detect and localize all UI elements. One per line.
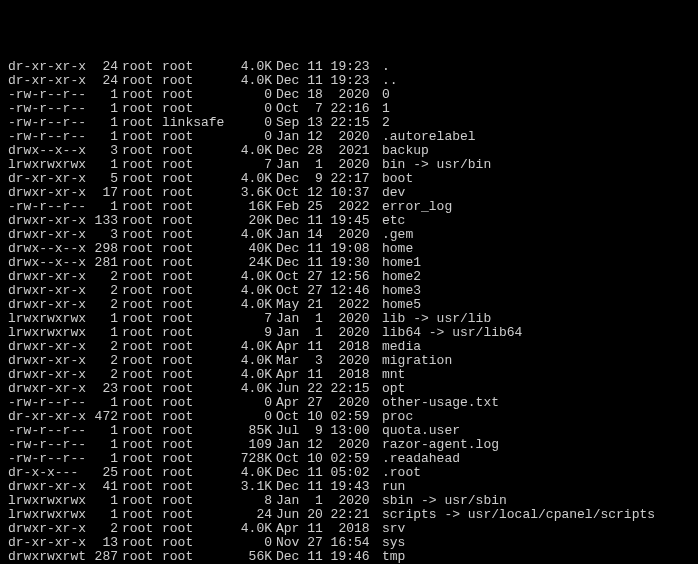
list-item: lrwxrwxrwx1rootroot8Jan 1 2020sbin -> us…: [8, 494, 690, 508]
group: root: [162, 508, 232, 522]
size: 4.0K: [232, 60, 272, 74]
list-item: drwxr-xr-x2rootroot4.0KOct 27 12:46home3: [8, 284, 690, 298]
filename: 1: [378, 101, 390, 116]
group: root: [162, 256, 232, 270]
list-item: -rw-r--r--1rootroot16KFeb 25 2022error_l…: [8, 200, 690, 214]
permissions: -rw-r--r--: [8, 116, 88, 130]
owner: root: [118, 158, 162, 172]
permissions: drwxrwxrwt: [8, 550, 88, 564]
date: Jan 12 2020: [272, 438, 378, 452]
group: root: [162, 214, 232, 228]
date: Dec 11 19:23: [272, 74, 378, 88]
filename: ..: [378, 73, 398, 88]
owner: root: [118, 200, 162, 214]
permissions: -rw-r--r--: [8, 88, 88, 102]
permissions: -rw-r--r--: [8, 200, 88, 214]
filename: mnt: [378, 367, 405, 382]
list-item: -rw-r--r--1rootroot109Jan 12 2020razor-a…: [8, 438, 690, 452]
link-count: 2: [88, 368, 118, 382]
size: 4.0K: [232, 354, 272, 368]
list-item: lrwxrwxrwx1rootroot7Jan 1 2020bin -> usr…: [8, 158, 690, 172]
filename: media: [378, 339, 421, 354]
link-count: 3: [88, 228, 118, 242]
owner: root: [118, 186, 162, 200]
group: root: [162, 312, 232, 326]
permissions: drwx--x--x: [8, 144, 88, 158]
owner: root: [118, 172, 162, 186]
size: 20K: [232, 214, 272, 228]
group: root: [162, 410, 232, 424]
owner: root: [118, 116, 162, 130]
filename: scripts -> usr/local/cpanel/scripts: [378, 507, 655, 522]
owner: root: [118, 256, 162, 270]
permissions: -rw-r--r--: [8, 396, 88, 410]
date: Jan 1 2020: [272, 494, 378, 508]
list-item: drwx--x--x298rootroot40KDec 11 19:08home: [8, 242, 690, 256]
permissions: lrwxrwxrwx: [8, 326, 88, 340]
date: Dec 11 19:46: [272, 550, 378, 564]
permissions: dr-xr-xr-x: [8, 172, 88, 186]
group: root: [162, 102, 232, 116]
filename: backup: [378, 143, 429, 158]
link-count: 287: [88, 550, 118, 564]
permissions: -rw-r--r--: [8, 424, 88, 438]
link-count: 2: [88, 284, 118, 298]
permissions: -rw-r--r--: [8, 130, 88, 144]
group: root: [162, 228, 232, 242]
link-count: 1: [88, 396, 118, 410]
filename: 2: [378, 115, 390, 130]
permissions: drwx--x--x: [8, 256, 88, 270]
filename: .: [378, 59, 390, 74]
owner: root: [118, 284, 162, 298]
list-item: -rw-r--r--1rootroot0Dec 18 20200: [8, 88, 690, 102]
link-count: 5: [88, 172, 118, 186]
filename: tmp: [378, 549, 405, 564]
group: root: [162, 186, 232, 200]
filename: bin -> usr/bin: [378, 157, 491, 172]
owner: root: [118, 340, 162, 354]
permissions: lrwxrwxrwx: [8, 158, 88, 172]
list-item: drwxr-xr-x2rootroot4.0KApr 11 2018media: [8, 340, 690, 354]
link-count: 2: [88, 522, 118, 536]
owner: root: [118, 368, 162, 382]
group: root: [162, 424, 232, 438]
size: 9: [232, 326, 272, 340]
link-count: 1: [88, 130, 118, 144]
list-item: lrwxrwxrwx1rootroot9Jan 1 2020lib64 -> u…: [8, 326, 690, 340]
group: root: [162, 480, 232, 494]
permissions: drwx--x--x: [8, 242, 88, 256]
filename: sbin -> usr/sbin: [378, 493, 507, 508]
link-count: 1: [88, 438, 118, 452]
owner: root: [118, 410, 162, 424]
permissions: drwxr-xr-x: [8, 270, 88, 284]
date: Jul 9 13:00: [272, 424, 378, 438]
link-count: 2: [88, 270, 118, 284]
size: 109: [232, 438, 272, 452]
date: Oct 10 02:59: [272, 452, 378, 466]
permissions: lrwxrwxrwx: [8, 494, 88, 508]
link-count: 298: [88, 242, 118, 256]
filename: .root: [378, 465, 421, 480]
size: 0: [232, 116, 272, 130]
date: Apr 27 2020: [272, 396, 378, 410]
permissions: dr-xr-xr-x: [8, 536, 88, 550]
list-item: drwxr-xr-x2rootroot4.0KMar 3 2020migrati…: [8, 354, 690, 368]
filename: other-usage.txt: [378, 395, 499, 410]
date: Apr 11 2018: [272, 340, 378, 354]
link-count: 3: [88, 144, 118, 158]
size: 4.0K: [232, 368, 272, 382]
list-item: drwx--x--x3rootroot4.0KDec 28 2021backup: [8, 144, 690, 158]
owner: root: [118, 494, 162, 508]
link-count: 1: [88, 494, 118, 508]
filename: home5: [378, 297, 421, 312]
filename: run: [378, 479, 405, 494]
owner: root: [118, 536, 162, 550]
owner: root: [118, 550, 162, 564]
filename: error_log: [378, 199, 452, 214]
date: Dec 28 2021: [272, 144, 378, 158]
size: 8: [232, 494, 272, 508]
group: root: [162, 130, 232, 144]
owner: root: [118, 130, 162, 144]
owner: root: [118, 354, 162, 368]
owner: root: [118, 312, 162, 326]
